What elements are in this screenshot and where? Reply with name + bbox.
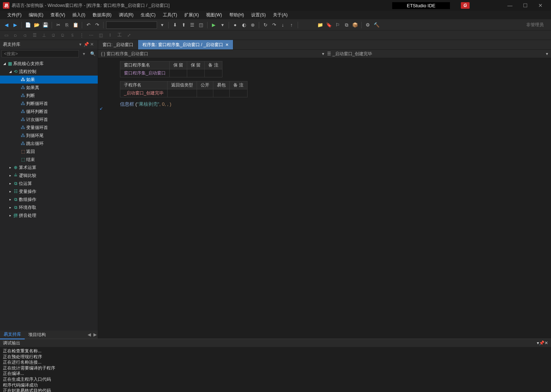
menu-settings[interactable]: 设置(S) — [248, 11, 269, 19]
cut-icon[interactable]: ✂ — [55, 21, 62, 29]
run-icon[interactable]: ▶ — [210, 21, 217, 29]
tree-cat-array[interactable]: ▸⧉数组操作 — [0, 195, 98, 203]
output-body[interactable]: 正在检查重复名称... 正在预处理现行程序 正在进行名称连接... 正在统计需要… — [0, 347, 551, 392]
search-input[interactable] — [1, 50, 79, 57]
tb-icon-13[interactable]: 📦 — [351, 21, 359, 29]
tree-cat-env[interactable]: ▸⧉环境存取 — [0, 203, 98, 211]
menu-debug[interactable]: 调试(R) — [115, 11, 137, 19]
save-icon[interactable]: 💾 — [42, 21, 49, 29]
align-icon-9[interactable]: ⋮ — [79, 32, 85, 39]
chevron-down-icon[interactable]: ▾ — [80, 50, 88, 57]
menu-ext[interactable]: 扩展(X) — [181, 11, 202, 19]
copy-icon[interactable]: ⎘ — [63, 21, 71, 29]
chevron-down-icon[interactable]: ▾ — [158, 21, 166, 29]
menu-insert[interactable]: 插入(I) — [69, 11, 89, 19]
align-icon-11[interactable]: ◫ — [97, 32, 104, 39]
tree-item-whilefirst[interactable]: ⁂判断循环首 — [0, 100, 98, 108]
step-out-icon[interactable]: ↑ — [288, 21, 295, 29]
tb-icon-3[interactable]: ☰ — [189, 21, 196, 29]
redo-icon[interactable]: ↷ — [93, 21, 101, 29]
menu-file[interactable]: 文件(F) — [4, 11, 25, 19]
menu-about[interactable]: 关于(A) — [269, 11, 291, 19]
menu-tools[interactable]: 工具(T) — [159, 11, 181, 19]
align-icon-8[interactable]: ⫓ — [69, 32, 76, 39]
tree-item-break[interactable]: ⁂跳出循环 — [0, 140, 98, 147]
menu-edit[interactable]: 编辑(E) — [25, 11, 47, 19]
close-panel-icon[interactable]: ✕ — [89, 42, 95, 47]
new-file-icon[interactable]: 📄 — [24, 21, 32, 29]
tree-item-varloop[interactable]: ⁂变量循环首 — [0, 124, 98, 132]
tb-icon-4[interactable]: ◫ — [197, 21, 205, 29]
undo-icon[interactable]: ↶ — [85, 21, 92, 29]
nav-back-icon[interactable]: ◀ — [3, 21, 10, 29]
editor-tab-window[interactable]: 窗口: _启动窗口 — [98, 40, 138, 49]
config-dropdown[interactable] — [106, 21, 157, 29]
bookmark-icon[interactable]: 🔖 — [325, 21, 333, 29]
search-icon[interactable]: 🔍 — [89, 50, 96, 57]
tab-prev-icon[interactable]: ◀ — [86, 332, 92, 337]
align-icon-2[interactable]: ⫐ — [12, 32, 19, 39]
editor-tab-procset[interactable]: 程序集: 窗口程序集_启动窗口 / _启动窗口 ✕ — [138, 40, 233, 49]
tree-item-iftrue[interactable]: ⁂如果真 — [0, 84, 98, 92]
gear-icon[interactable]: ⚙ — [364, 21, 371, 29]
tb-icon-1[interactable]: ⬇ — [171, 21, 178, 29]
tree-root[interactable]: ◢▦系统核心支持库 — [0, 60, 98, 68]
tb-icon-12[interactable]: ⧉ — [343, 21, 350, 29]
tree-item-for[interactable]: ⁂计次循环首 — [0, 116, 98, 124]
tb-icon-8[interactable]: ⊗ — [249, 21, 256, 29]
menu-window[interactable]: 视图(W) — [202, 11, 225, 19]
tree-cat-math[interactable]: ▸⊕算术运算 — [0, 163, 98, 171]
align-icon-5[interactable]: ⊥ — [41, 32, 47, 39]
align-icon-14[interactable]: ⤢ — [126, 32, 132, 39]
dropdown-icon[interactable]: ▾ — [77, 42, 83, 47]
maximize-button[interactable]: ☐ — [518, 0, 533, 11]
tb-icon-7[interactable]: ◐ — [240, 21, 248, 29]
hammer-icon[interactable]: 🔨 — [373, 21, 380, 29]
tb-icon-10[interactable]: 📁 — [317, 21, 324, 29]
tree-item-return[interactable]: ⬚返回 — [0, 147, 98, 155]
align-icon-3[interactable]: ⫏ — [22, 32, 28, 39]
tree-cat-flow[interactable]: ◢⟲流程控制 — [0, 68, 98, 76]
menu-view[interactable]: 查看(V) — [47, 11, 69, 19]
tb-icon-6[interactable]: ● — [232, 21, 239, 29]
align-icon-1[interactable]: ▭ — [3, 32, 9, 39]
tb-icon-2[interactable]: ⬆ — [180, 21, 187, 29]
tb-icon-9[interactable]: ↻ — [262, 21, 269, 29]
tree-item-dowhile[interactable]: ⁂循环判断首 — [0, 108, 98, 116]
menu-build[interactable]: 生成(C) — [137, 11, 159, 19]
open-icon[interactable]: 📂 — [33, 21, 40, 29]
menu-help[interactable]: 帮助(H) — [226, 11, 248, 19]
tb-icon-11[interactable]: ⚐ — [334, 21, 341, 29]
tb-icon-5[interactable]: ▾ — [219, 21, 226, 29]
breadcrumb-subproc[interactable]: ☰_启动窗口_创建完毕 — [327, 51, 372, 57]
align-icon-6[interactable]: ⫑ — [50, 32, 57, 39]
align-icon-7[interactable]: ⫒ — [60, 32, 66, 39]
minimize-button[interactable]: — — [502, 0, 518, 11]
tree-cat-var[interactable]: ▸☷变量操作 — [0, 187, 98, 195]
close-button[interactable]: ✕ — [533, 0, 548, 11]
align-icon-10[interactable]: ⋯ — [88, 32, 94, 39]
tree-cat-pinyin[interactable]: ▸拼拼音处理 — [0, 211, 98, 219]
library-tree[interactable]: ◢▦系统核心支持库 ◢⟲流程控制 ⁂如果 ⁂如果真 ⁂判断 ⁂判断循环首 ⁂循环… — [0, 59, 98, 331]
tree-cat-bit[interactable]: ▸⧉位运算 — [0, 179, 98, 187]
close-tab-icon[interactable]: ✕ — [225, 43, 229, 47]
tree-cat-logic[interactable]: ▸≟逻辑比较 — [0, 171, 98, 179]
pin-icon[interactable]: 📌 — [539, 340, 544, 345]
sidebar-tab-project[interactable]: 项目结构 — [25, 331, 49, 339]
menu-database[interactable]: 数据库(B) — [89, 11, 115, 19]
align-icon-12[interactable]: I — [107, 32, 113, 39]
align-icon-13[interactable]: 工 — [116, 32, 123, 39]
sidebar-tab-library[interactable]: 易支持库 — [0, 330, 25, 339]
step-over-icon[interactable]: ↷ — [270, 21, 278, 29]
align-icon-4[interactable]: ☰ — [31, 32, 38, 39]
tree-item-if[interactable]: ⁂如果 — [0, 76, 98, 84]
tree-item-switch[interactable]: ⁂判断 — [0, 92, 98, 100]
tab-next-icon[interactable]: ▶ — [92, 332, 98, 337]
paste-icon[interactable]: 📋 — [72, 21, 79, 29]
pin-icon[interactable]: 📌 — [83, 42, 89, 47]
breadcrumb-procset[interactable]: { }窗口程序集_启动窗口 — [101, 51, 148, 57]
nav-fwd-icon[interactable]: ▶ — [12, 21, 19, 29]
code-editor[interactable]: 窗口程序集名保 留保 留备 注 窗口程序集_启动窗口 子程序名返回值类型公开易包… — [98, 58, 551, 339]
close-panel-icon[interactable]: ✕ — [544, 340, 548, 345]
step-into-icon[interactable]: ↓ — [279, 21, 286, 29]
